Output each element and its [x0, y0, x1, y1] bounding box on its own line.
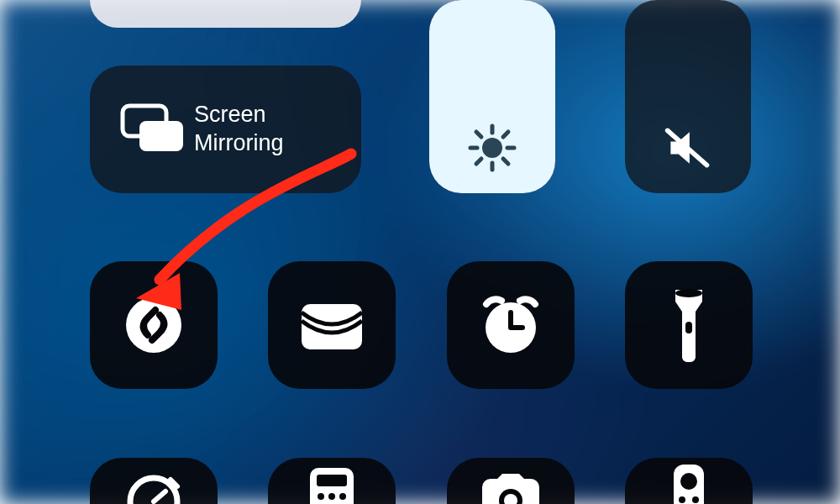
- svg-line-10: [476, 159, 481, 164]
- svg-rect-1: [139, 121, 183, 151]
- flashlight-button[interactable]: [625, 261, 753, 389]
- sun-max-icon: [467, 123, 517, 173]
- flashlight-icon: [667, 286, 711, 364]
- control-center: Screen Mirroring: [0, 0, 840, 504]
- calculator-icon: [307, 465, 357, 505]
- alarm-clock-icon: [476, 291, 545, 360]
- svg-point-23: [328, 493, 335, 500]
- screen-mirroring-button[interactable]: Screen Mirroring: [90, 66, 361, 193]
- stopwatch-icon: [122, 466, 186, 505]
- volume-slider[interactable]: [625, 0, 751, 193]
- svg-rect-16: [685, 322, 692, 333]
- brightness-slider[interactable]: [429, 0, 555, 193]
- speaker-slash-icon: [663, 123, 713, 173]
- svg-point-2: [482, 138, 502, 158]
- svg-point-31: [680, 473, 697, 490]
- svg-line-18: [154, 491, 165, 501]
- shazam-music-recognition-button[interactable]: [90, 261, 218, 389]
- svg-point-33: [692, 496, 699, 503]
- svg-point-15: [675, 289, 702, 297]
- wallet-icon: [297, 296, 367, 354]
- camera-icon: [475, 472, 546, 505]
- screen-mirroring-icon: [113, 102, 194, 156]
- svg-point-22: [318, 493, 324, 500]
- apple-tv-remote-icon: [670, 461, 707, 505]
- svg-line-9: [503, 132, 508, 137]
- calculator-button[interactable]: [268, 458, 396, 504]
- wallet-button[interactable]: [268, 261, 396, 389]
- screen-mirroring-label: Screen Mirroring: [194, 101, 284, 158]
- now-playing-card-partial[interactable]: [90, 0, 361, 28]
- alarm-button[interactable]: [447, 261, 575, 389]
- apple-tv-remote-button[interactable]: [625, 458, 753, 504]
- camera-button[interactable]: [447, 458, 575, 504]
- svg-line-7: [476, 132, 481, 137]
- svg-point-24: [339, 493, 346, 500]
- svg-point-12: [126, 297, 181, 353]
- stopwatch-button[interactable]: [90, 458, 218, 504]
- svg-point-32: [679, 496, 685, 503]
- svg-rect-21: [317, 475, 347, 486]
- svg-line-8: [503, 159, 508, 164]
- shazam-icon: [120, 291, 187, 359]
